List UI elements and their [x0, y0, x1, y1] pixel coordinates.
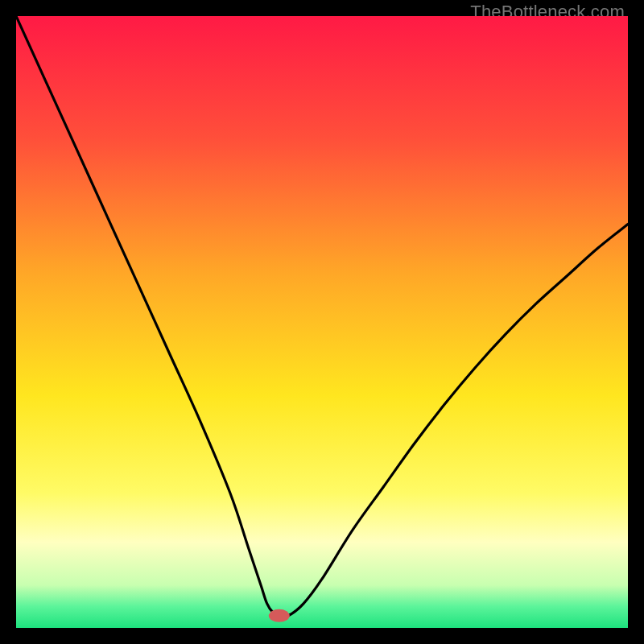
bottleneck-chart [16, 16, 628, 628]
gradient-background [16, 16, 628, 628]
chart-frame [16, 16, 628, 628]
optimum-marker [269, 609, 290, 622]
